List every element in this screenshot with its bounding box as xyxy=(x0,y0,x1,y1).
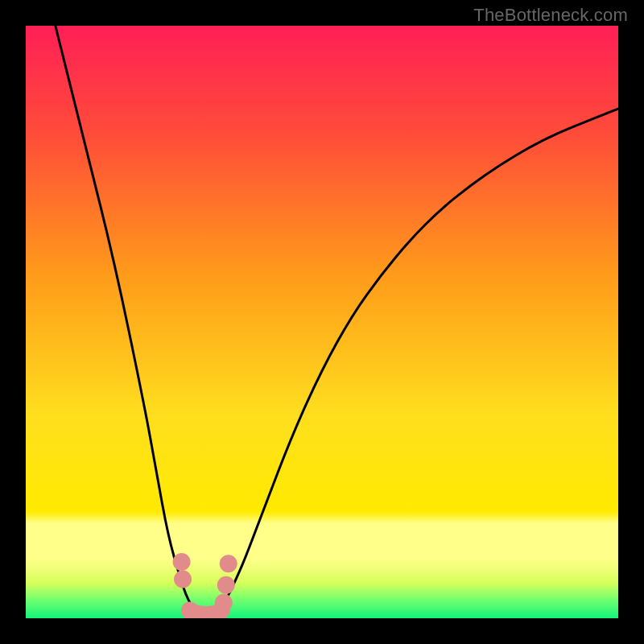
chart-container: TheBottleneck.com xyxy=(0,0,644,644)
plot-area xyxy=(26,26,618,618)
marker-point xyxy=(217,576,235,594)
gradient-background xyxy=(26,26,618,618)
marker-point xyxy=(215,594,233,612)
chart-svg xyxy=(26,26,618,618)
marker-point xyxy=(174,570,192,588)
marker-point xyxy=(173,553,191,571)
watermark-text: TheBottleneck.com xyxy=(473,5,628,26)
marker-point xyxy=(220,555,237,572)
